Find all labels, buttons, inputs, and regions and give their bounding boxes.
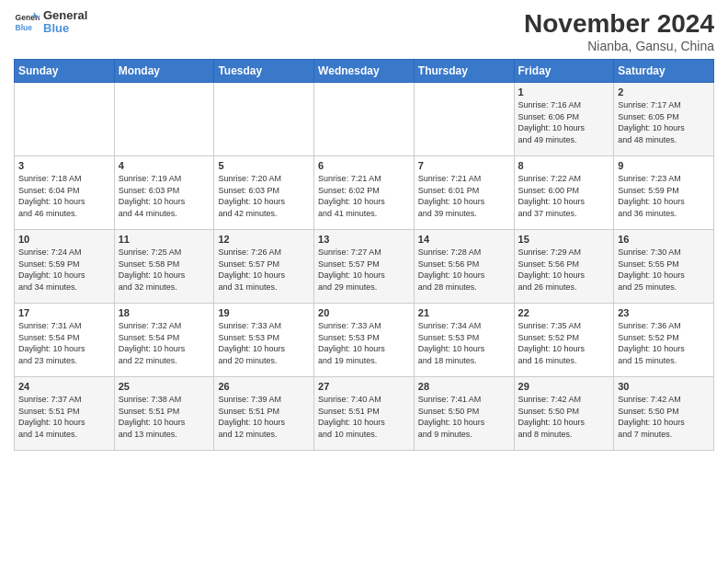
weekday-header-saturday: Saturday xyxy=(614,60,714,83)
day-number: 22 xyxy=(518,307,610,318)
day-number: 27 xyxy=(318,381,410,392)
header: General Blue General Blue November 2024 … xyxy=(14,9,714,53)
calendar-table: SundayMondayTuesdayWednesdayThursdayFrid… xyxy=(14,59,714,451)
calendar-cell: 17Sunrise: 7:31 AM Sunset: 5:54 PM Dayli… xyxy=(15,304,115,377)
day-info: Sunrise: 7:32 AM Sunset: 5:54 PM Dayligh… xyxy=(119,320,210,366)
day-info: Sunrise: 7:38 AM Sunset: 5:51 PM Dayligh… xyxy=(119,394,210,440)
title-block: November 2024 Nianba, Gansu, China xyxy=(524,9,714,53)
day-info: Sunrise: 7:29 AM Sunset: 5:56 PM Dayligh… xyxy=(518,247,610,293)
calendar-week-3: 10Sunrise: 7:24 AM Sunset: 5:59 PM Dayli… xyxy=(15,230,714,304)
weekday-header-tuesday: Tuesday xyxy=(214,60,314,83)
day-info: Sunrise: 7:35 AM Sunset: 5:52 PM Dayligh… xyxy=(518,320,610,366)
calendar-week-2: 3Sunrise: 7:18 AM Sunset: 6:04 PM Daylig… xyxy=(15,156,714,230)
day-number: 29 xyxy=(518,381,610,392)
calendar-cell: 27Sunrise: 7:40 AM Sunset: 5:51 PM Dayli… xyxy=(314,377,415,451)
day-number: 14 xyxy=(418,234,510,245)
day-number: 30 xyxy=(618,381,710,392)
calendar-cell: 5Sunrise: 7:20 AM Sunset: 6:03 PM Daylig… xyxy=(214,156,314,230)
calendar-cell: 30Sunrise: 7:42 AM Sunset: 5:50 PM Dayli… xyxy=(614,377,714,451)
day-info: Sunrise: 7:41 AM Sunset: 5:50 PM Dayligh… xyxy=(418,394,510,440)
day-info: Sunrise: 7:21 AM Sunset: 6:02 PM Dayligh… xyxy=(318,173,410,219)
calendar-cell xyxy=(414,83,514,156)
day-number: 8 xyxy=(518,160,610,171)
day-number: 10 xyxy=(18,234,110,245)
day-info: Sunrise: 7:33 AM Sunset: 5:53 PM Dayligh… xyxy=(218,320,310,366)
day-info: Sunrise: 7:23 AM Sunset: 5:59 PM Dayligh… xyxy=(618,173,710,219)
calendar-cell: 21Sunrise: 7:34 AM Sunset: 5:53 PM Dayli… xyxy=(414,304,514,377)
calendar-cell: 18Sunrise: 7:32 AM Sunset: 5:54 PM Dayli… xyxy=(114,304,214,377)
calendar-cell: 16Sunrise: 7:30 AM Sunset: 5:55 PM Dayli… xyxy=(614,230,714,304)
calendar-cell: 1Sunrise: 7:16 AM Sunset: 6:06 PM Daylig… xyxy=(514,83,614,156)
calendar-week-5: 24Sunrise: 7:37 AM Sunset: 5:51 PM Dayli… xyxy=(15,377,714,451)
day-info: Sunrise: 7:17 AM Sunset: 6:05 PM Dayligh… xyxy=(618,99,710,145)
day-info: Sunrise: 7:25 AM Sunset: 5:58 PM Dayligh… xyxy=(119,247,210,293)
calendar-cell: 10Sunrise: 7:24 AM Sunset: 5:59 PM Dayli… xyxy=(15,230,115,304)
calendar-cell: 24Sunrise: 7:37 AM Sunset: 5:51 PM Dayli… xyxy=(15,377,115,451)
calendar-cell xyxy=(114,83,214,156)
weekday-header-monday: Monday xyxy=(114,60,214,83)
day-info: Sunrise: 7:20 AM Sunset: 6:03 PM Dayligh… xyxy=(218,173,310,219)
calendar-cell: 3Sunrise: 7:18 AM Sunset: 6:04 PM Daylig… xyxy=(15,156,115,230)
day-number: 5 xyxy=(218,160,310,171)
day-number: 15 xyxy=(518,234,610,245)
day-info: Sunrise: 7:18 AM Sunset: 6:04 PM Dayligh… xyxy=(18,173,110,219)
day-info: Sunrise: 7:28 AM Sunset: 5:56 PM Dayligh… xyxy=(418,247,510,293)
day-number: 2 xyxy=(618,86,710,98)
day-number: 25 xyxy=(119,381,210,392)
logo-general: General xyxy=(43,9,87,22)
day-number: 1 xyxy=(518,86,610,98)
location-title: Nianba, Gansu, China xyxy=(524,39,714,53)
weekday-header-wednesday: Wednesday xyxy=(314,60,415,83)
day-number: 9 xyxy=(618,160,710,171)
day-number: 23 xyxy=(618,307,710,318)
calendar-cell: 13Sunrise: 7:27 AM Sunset: 5:57 PM Dayli… xyxy=(314,230,415,304)
day-info: Sunrise: 7:24 AM Sunset: 5:59 PM Dayligh… xyxy=(18,247,110,293)
day-number: 6 xyxy=(318,160,410,171)
calendar-cell xyxy=(314,83,415,156)
day-number: 28 xyxy=(418,381,510,392)
day-number: 18 xyxy=(119,307,210,318)
calendar-cell: 23Sunrise: 7:36 AM Sunset: 5:52 PM Dayli… xyxy=(614,304,714,377)
calendar-cell xyxy=(15,83,115,156)
calendar-cell: 8Sunrise: 7:22 AM Sunset: 6:00 PM Daylig… xyxy=(514,156,614,230)
day-number: 20 xyxy=(318,307,410,318)
day-number: 16 xyxy=(618,234,710,245)
day-number: 11 xyxy=(119,234,210,245)
day-number: 17 xyxy=(18,307,110,318)
day-info: Sunrise: 7:42 AM Sunset: 5:50 PM Dayligh… xyxy=(618,394,710,440)
calendar-cell: 11Sunrise: 7:25 AM Sunset: 5:58 PM Dayli… xyxy=(114,230,214,304)
calendar-cell xyxy=(214,83,314,156)
logo-icon: General Blue xyxy=(14,9,40,35)
day-info: Sunrise: 7:39 AM Sunset: 5:51 PM Dayligh… xyxy=(218,394,310,440)
day-number: 3 xyxy=(18,160,110,171)
calendar-cell: 25Sunrise: 7:38 AM Sunset: 5:51 PM Dayli… xyxy=(114,377,214,451)
day-number: 4 xyxy=(119,160,210,171)
calendar-cell: 14Sunrise: 7:28 AM Sunset: 5:56 PM Dayli… xyxy=(414,230,514,304)
day-info: Sunrise: 7:36 AM Sunset: 5:52 PM Dayligh… xyxy=(618,320,710,366)
calendar-cell: 6Sunrise: 7:21 AM Sunset: 6:02 PM Daylig… xyxy=(314,156,415,230)
calendar-week-1: 1Sunrise: 7:16 AM Sunset: 6:06 PM Daylig… xyxy=(15,83,714,156)
calendar-week-4: 17Sunrise: 7:31 AM Sunset: 5:54 PM Dayli… xyxy=(15,304,714,377)
day-number: 19 xyxy=(218,307,310,318)
day-info: Sunrise: 7:33 AM Sunset: 5:53 PM Dayligh… xyxy=(318,320,410,366)
day-info: Sunrise: 7:40 AM Sunset: 5:51 PM Dayligh… xyxy=(318,394,410,440)
calendar-cell: 12Sunrise: 7:26 AM Sunset: 5:57 PM Dayli… xyxy=(214,230,314,304)
day-info: Sunrise: 7:21 AM Sunset: 6:01 PM Dayligh… xyxy=(418,173,510,219)
day-info: Sunrise: 7:31 AM Sunset: 5:54 PM Dayligh… xyxy=(18,320,110,366)
calendar-cell: 28Sunrise: 7:41 AM Sunset: 5:50 PM Dayli… xyxy=(414,377,514,451)
page-container: General Blue General Blue November 2024 … xyxy=(0,0,728,460)
calendar-cell: 19Sunrise: 7:33 AM Sunset: 5:53 PM Dayli… xyxy=(214,304,314,377)
calendar-cell: 15Sunrise: 7:29 AM Sunset: 5:56 PM Dayli… xyxy=(514,230,614,304)
day-number: 24 xyxy=(18,381,110,392)
weekday-header-sunday: Sunday xyxy=(15,60,115,83)
day-number: 26 xyxy=(218,381,310,392)
day-info: Sunrise: 7:19 AM Sunset: 6:03 PM Dayligh… xyxy=(119,173,210,219)
weekday-header-thursday: Thursday xyxy=(414,60,514,83)
day-number: 21 xyxy=(418,307,510,318)
logo: General Blue General Blue xyxy=(14,9,87,36)
calendar-cell: 7Sunrise: 7:21 AM Sunset: 6:01 PM Daylig… xyxy=(414,156,514,230)
day-info: Sunrise: 7:16 AM Sunset: 6:06 PM Dayligh… xyxy=(518,99,610,145)
day-info: Sunrise: 7:22 AM Sunset: 6:00 PM Dayligh… xyxy=(518,173,610,219)
day-number: 12 xyxy=(218,234,310,245)
day-info: Sunrise: 7:26 AM Sunset: 5:57 PM Dayligh… xyxy=(218,247,310,293)
